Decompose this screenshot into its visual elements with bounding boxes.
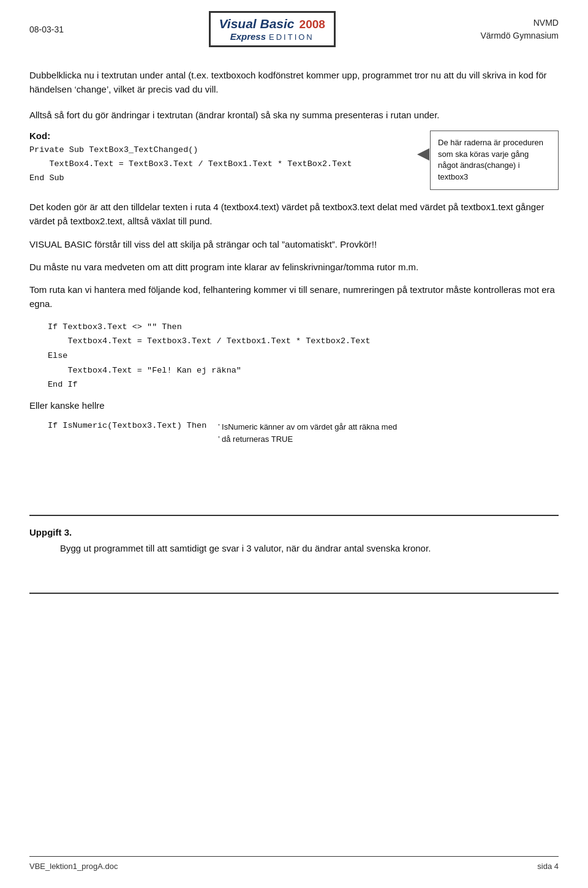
kod-left: Kod: Private Sub TextBox3_TextChanged() … [29,131,415,186]
intro-para1: Dubbelklicka nu i textrutan under antal … [29,68,559,97]
code-line5: End If [48,380,78,389]
code-block2: If Textbox3.Text <> "" Then Textbox4.Tex… [48,320,559,392]
logo-visual-text: Visual Basic [219,17,295,31]
kod-code: Private Sub TextBox3_TextChanged() TextB… [29,143,415,186]
header-date: 08-03-31 [29,25,64,34]
footer-left: VBE_lektion1_progA.doc [29,862,118,871]
explanation-para3: Du måste nu vara medveten om att ditt pr… [29,260,559,274]
explanation-para1: Det koden gör är att den tilldelar texte… [29,200,559,229]
header: 08-03-31 Visual Basic 2008 Express Editi… [29,0,559,53]
intro-para2: Alltså så fort du gör ändringar i textru… [29,108,559,122]
logo-express-edition: Express Edition [230,31,314,42]
code-line3: Else [48,351,67,360]
logo-edition: Edition [269,32,314,42]
spacer [29,447,559,496]
explanation-para2: VISUAL BASIC förstår till viss del att s… [29,237,559,251]
logo-visual-basic: Visual Basic 2008 [219,17,325,31]
kod-annotation: De här raderna är proceduren som ska kör… [430,131,559,190]
kod-section: Kod: Private Sub TextBox3_TextChanged() … [29,131,559,190]
isnumeric-comment-line2: ’ då returneras TRUE [218,433,397,446]
isnumeric-row: If IsNumeric(Textbox3.Text) Then ’ IsNum… [48,421,559,445]
uppgift-body: Bygg ut programmet till att samtidigt ge… [60,541,559,556]
isnumeric-comment: ’ IsNumeric känner av om värdet går att … [218,421,397,445]
isnumeric-code: If IsNumeric(Textbox3.Text) Then [48,421,207,430]
code-line4: Textbox4.Text = "Fel! Kan ej räkna" [48,366,241,375]
school-line1: NVMD [480,17,559,29]
uppgift-section: Uppgift 3. Bygg ut programmet till att s… [29,527,559,556]
header-school: NVMD Värmdö Gymnasium [480,17,559,42]
explanation-para4: Tom ruta kan vi hantera med följande kod… [29,283,559,311]
code-line2: Textbox4.Text = Textbox3.Text / Textbox1… [48,336,371,346]
kod-label: Kod: [29,131,415,141]
logo-box: Visual Basic 2008 Express Edition [209,11,336,47]
section-divider-bottom [29,593,559,594]
school-line2: Värmdö Gymnasium [480,29,559,42]
page: 08-03-31 Visual Basic 2008 Express Editi… [0,0,588,888]
uppgift-title: Uppgift 3. [29,527,559,537]
footer-right: sida 4 [537,862,559,871]
isnumeric-comment-line1: ’ IsNumeric känner av om värdet går att … [218,421,397,433]
header-logo: Visual Basic 2008 Express Edition [209,11,336,47]
code-line1: If Textbox3.Text <> "" Then [48,322,182,332]
eller-text: Eller kanske hellre [29,398,559,412]
logo-express: Express [230,31,266,42]
main-content: Dubbelklicka nu i textrutan under antal … [29,53,559,594]
footer: VBE_lektion1_progA.doc sida 4 [29,856,559,871]
logo-year: 2008 [300,18,325,31]
section-divider [29,515,559,516]
